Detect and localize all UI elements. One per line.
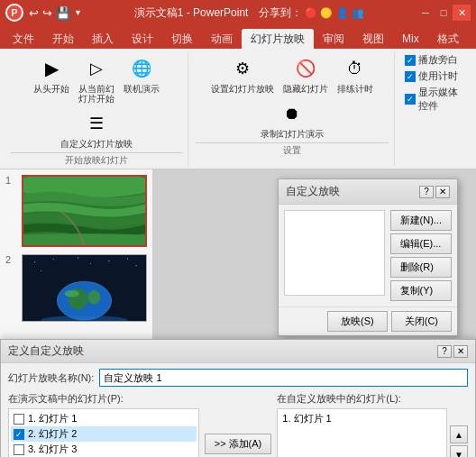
tab-slideshow[interactable]: 幻灯片放映: [242, 29, 314, 49]
use-timings-checkbox[interactable]: ✓ 使用计时: [402, 69, 461, 84]
share-icon-3[interactable]: 👤: [336, 7, 349, 18]
timings-check-icon: ✓: [405, 71, 416, 82]
tab-insert[interactable]: 插入: [83, 29, 123, 49]
svg-point-14: [65, 290, 79, 297]
ribbon-tabs: 文件 开始 插入 设计 切换 动画 幻灯片放映 审阅 视图 Mix 格式: [0, 25, 476, 49]
right-panel-label: 在自定义放映中的幻灯片(L):: [277, 392, 468, 406]
dialog-help-button[interactable]: ?: [419, 186, 434, 198]
slide-image-1[interactable]: [22, 175, 147, 247]
rehearse-timings-button[interactable]: ⏱ 排练计时: [334, 52, 377, 96]
setup-show-button[interactable]: ⚙ 设置幻灯片放映: [207, 52, 278, 96]
tab-animations[interactable]: 动画: [202, 29, 242, 49]
show-name-input[interactable]: [99, 369, 468, 387]
dialog-x-button[interactable]: ✕: [435, 186, 450, 198]
window-controls: ─ □ ✕: [416, 5, 471, 21]
custom-show-list[interactable]: [284, 210, 385, 296]
slide-number-2: 2: [5, 254, 18, 265]
slide1-checkbox[interactable]: [14, 414, 24, 425]
play-from-current-icon: ▷: [82, 54, 111, 83]
share-label: 分享到：: [259, 6, 302, 19]
slide2-checkbox[interactable]: ✓: [14, 429, 24, 440]
custom-show-icon: ☰: [82, 109, 111, 138]
left-slides-list[interactable]: 1. 幻灯片 1 ✓ 2. 幻灯片 2 3. 幻灯片 3: [8, 408, 199, 457]
dialog-custom-show-footer: 放映(S) 关闭(C): [279, 306, 457, 335]
custom-label: 自定义幻灯片放映: [60, 139, 133, 149]
window-title: 演示文稿1 - PowerPoint 分享到： 🔴 🟡 👤 👥: [89, 5, 409, 21]
close-button[interactable]: ✕: [453, 5, 471, 21]
dialog-define-help-button[interactable]: ?: [437, 345, 452, 358]
main-area: 1 2: [0, 169, 476, 457]
terraces-scene: [23, 177, 145, 245]
online-presentation-button[interactable]: 🌐 联机演示: [120, 52, 163, 105]
move-down-button[interactable]: ▼: [450, 445, 468, 457]
tab-review[interactable]: 审阅: [314, 29, 353, 49]
play-show-button[interactable]: 放映(S): [327, 311, 388, 332]
dialog-define-custom-show: 定义自定义放映 ? ✕ 幻灯片放映名称(N): 在演示文稿中的幻灯片(P):: [0, 339, 476, 457]
share-icon-1[interactable]: 🔴: [305, 7, 317, 18]
redo-icon[interactable]: ↪: [42, 6, 52, 20]
copy-show-button[interactable]: 复制(Y): [390, 280, 452, 301]
record-show-button[interactable]: ⏺ 录制幻灯片演示: [257, 97, 327, 141]
undo-icon[interactable]: ↩: [29, 6, 39, 20]
dialog-custom-show-body: 新建(N)... 编辑(E)... 删除(R) 复制(Y): [279, 205, 457, 306]
save-icon[interactable]: 💾: [56, 6, 70, 20]
right-list-item-1[interactable]: 1. 幻灯片 1: [279, 411, 444, 426]
right-slides-panel: 在自定义放映中的幻灯片(L): 1. 幻灯片 1 ▲ ▼: [277, 392, 468, 457]
right-panel-with-btns: 1. 幻灯片 1 ▲ ▼: [277, 408, 468, 457]
earth-scene: [23, 255, 146, 321]
tab-transitions[interactable]: 切换: [162, 29, 202, 49]
start-from-current-button[interactable]: ▷ 从当前幻灯片开始: [75, 52, 118, 105]
svg-point-3: [34, 261, 35, 262]
svg-point-4: [53, 259, 54, 260]
minimize-button[interactable]: ─: [416, 5, 435, 21]
left-slides-panel: 在演示文稿中的幻灯片(P): 1. 幻灯片 1 ✓ 2. 幻灯片 2 3.: [8, 392, 199, 457]
svg-point-6: [108, 260, 109, 261]
ribbon-group-settings: ⚙ 设置幻灯片放映 🚫 隐藏幻灯片 ⏱ 排练计时 ⏺ 录制幻灯片演示 设置: [190, 52, 395, 167]
dialog-define-close-button[interactable]: ✕: [453, 345, 468, 358]
start-from-beginning-button[interactable]: ▶ 从头开始: [30, 52, 73, 105]
right-slides-list[interactable]: 1. 幻灯片 1: [277, 408, 447, 457]
start-label: 从头开始: [33, 84, 69, 94]
dialog-define-title: 定义自定义放映: [8, 343, 84, 359]
svg-point-5: [78, 257, 78, 258]
show-name-row: 幻灯片放映名称(N):: [8, 369, 468, 387]
show-media-controls-checkbox[interactable]: ✓ 显示媒体控件: [402, 85, 465, 114]
svg-point-7: [127, 258, 128, 259]
two-panel-area: 在演示文稿中的幻灯片(P): 1. 幻灯片 1 ✓ 2. 幻灯片 2 3.: [8, 392, 468, 457]
slide2-label: 2. 幻灯片 2: [28, 427, 77, 441]
add-slides-button[interactable]: >> 添加(A): [205, 434, 272, 454]
slide3-checkbox[interactable]: [14, 444, 24, 455]
new-show-button[interactable]: 新建(N)...: [390, 210, 452, 231]
dialog-define-header: 定义自定义放映 ? ✕: [1, 340, 475, 363]
share-icon-4[interactable]: 👥: [352, 7, 364, 18]
slide3-label: 3. 幻灯片 3: [28, 443, 77, 456]
timings-label: 使用计时: [418, 69, 458, 83]
tab-view[interactable]: 视图: [353, 29, 393, 49]
dialog-custom-show-title: 自定义放映: [286, 184, 340, 199]
list-item-slide-3[interactable]: 3. 幻灯片 3: [11, 442, 197, 457]
delete-show-button[interactable]: 删除(R): [390, 257, 452, 278]
slide-number-1: 1: [5, 175, 18, 186]
edit-show-button[interactable]: 编辑(E)...: [390, 233, 452, 254]
share-icon-2[interactable]: 🟡: [320, 7, 333, 18]
slide-image-2[interactable]: [22, 254, 147, 322]
narration-label: 播放旁白: [418, 53, 458, 67]
tab-file[interactable]: 文件: [4, 29, 43, 49]
move-buttons: ▲ ▼: [450, 408, 468, 457]
maximize-button[interactable]: □: [435, 5, 453, 21]
ribbon-group-start: ▶ 从头开始 ▷ 从当前幻灯片开始 🌐 联机演示 ☰ 自定义幻灯片放映 开始放映…: [5, 52, 188, 167]
move-up-button[interactable]: ▲: [450, 425, 468, 443]
tab-mix[interactable]: Mix: [393, 29, 428, 49]
show-checkboxes: ✓ 播放旁白 ✓ 使用计时 ✓ 显示媒体控件: [402, 52, 465, 114]
app-logo: P: [5, 4, 23, 22]
list-item-slide-1[interactable]: 1. 幻灯片 1: [11, 411, 197, 426]
hide-slide-button[interactable]: 🚫 隐藏幻灯片: [279, 52, 332, 96]
list-item-slide-2[interactable]: ✓ 2. 幻灯片 2: [11, 426, 197, 442]
close-show-button[interactable]: 关闭(C): [391, 311, 452, 332]
play-narration-checkbox[interactable]: ✓ 播放旁白: [402, 52, 461, 68]
tab-home[interactable]: 开始: [43, 29, 83, 49]
tab-format[interactable]: 格式: [428, 29, 468, 49]
tab-design[interactable]: 设计: [123, 29, 162, 49]
custom-slideshow-button[interactable]: ☰ 自定义幻灯片放映: [57, 107, 136, 151]
dropdown-icon[interactable]: ▼: [74, 8, 82, 17]
